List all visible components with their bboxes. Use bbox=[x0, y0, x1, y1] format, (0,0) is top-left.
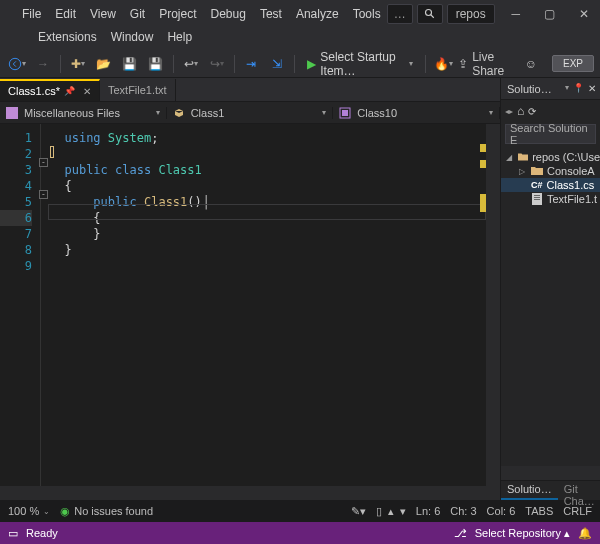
nav-class[interactable]: Class1 bbox=[167, 107, 334, 119]
svg-point-0 bbox=[425, 10, 431, 16]
menu-project[interactable]: Project bbox=[153, 5, 202, 23]
vertical-scrollbar[interactable] bbox=[486, 124, 500, 486]
nav-member[interactable]: Class10 bbox=[333, 107, 500, 119]
redo-button[interactable]: ↪▾ bbox=[206, 53, 228, 75]
pin-icon[interactable]: 📌 bbox=[64, 86, 75, 96]
save-all-button[interactable]: 💾 bbox=[145, 53, 167, 75]
folder-icon bbox=[531, 165, 543, 177]
editor-area: Class1.cs* 📌 ✕ TextFile1.txt Miscellaneo… bbox=[0, 78, 500, 500]
tab-textfile[interactable]: TextFile1.txt bbox=[100, 79, 176, 101]
menu-window[interactable]: Window bbox=[105, 28, 160, 46]
tree-folder[interactable]: ▷ConsoleA bbox=[501, 164, 600, 178]
solution-hscroll[interactable] bbox=[501, 466, 600, 480]
status-ready: Ready bbox=[26, 527, 58, 539]
window-close[interactable]: ✕ bbox=[567, 0, 600, 28]
brush-icon[interactable]: ✎▾ bbox=[351, 505, 366, 518]
window-maximize[interactable]: ▢ bbox=[533, 0, 567, 28]
tree-file-cs[interactable]: C#Class1.cs bbox=[501, 178, 600, 192]
window-minimize[interactable]: ─ bbox=[499, 0, 533, 28]
nav-fwd-button[interactable]: → bbox=[32, 53, 54, 75]
collapse-icon[interactable]: - bbox=[39, 158, 48, 167]
toolbar: ▾ → ✚▾ 📂 💾 💾 ↩▾ ↪▾ ⇥ ⇲ ▶Select Startup I… bbox=[0, 50, 600, 78]
menu-file[interactable]: File bbox=[16, 5, 47, 23]
class-icon bbox=[173, 107, 185, 119]
menu-extensions[interactable]: Extensions bbox=[32, 28, 103, 46]
tree-file-txt[interactable]: TextFile1.t bbox=[501, 192, 600, 206]
menu-git[interactable]: Git bbox=[124, 5, 151, 23]
code-editor[interactable]: 1 2 3 4 5 6 7 8 9 - - using System; publ… bbox=[0, 124, 500, 486]
tab-label: TextFile1.txt bbox=[108, 84, 167, 96]
indent-mode[interactable]: TABS bbox=[525, 505, 553, 517]
sync-icon[interactable]: ⟳ bbox=[528, 106, 536, 117]
statusbar: ▭ Ready ⎇ Select Repository ▴ 🔔 bbox=[0, 522, 600, 544]
folder-icon bbox=[518, 151, 528, 163]
solution-search[interactable]: Search Solution E bbox=[505, 124, 596, 144]
ellipsis-icon: … bbox=[394, 7, 406, 21]
zoom-level[interactable]: 100 %⌄ bbox=[8, 505, 50, 517]
menubar: File Edit View Git Project Debug Test An… bbox=[16, 5, 387, 23]
solution-explorer: Solutio… ▾ 📍 ✕ ◂▸ ⌂ ⟳ Search Solution E … bbox=[500, 78, 600, 500]
select-repo[interactable]: Select Repository ▴ bbox=[475, 527, 570, 540]
step-into-button[interactable]: ⇥ bbox=[240, 53, 262, 75]
code-lines[interactable]: - - using System; public class Class1 { … bbox=[48, 124, 486, 486]
tab-class1[interactable]: Class1.cs* 📌 ✕ bbox=[0, 79, 100, 101]
solution-tabs: Solutio… Git Cha… bbox=[501, 480, 600, 500]
home-icon[interactable]: ⌂ bbox=[517, 104, 524, 118]
menu-edit[interactable]: Edit bbox=[49, 5, 82, 23]
soltab-git[interactable]: Git Cha… bbox=[558, 481, 600, 500]
svg-rect-3 bbox=[6, 107, 18, 119]
liveshare-button[interactable]: ⇪Live Share bbox=[458, 53, 516, 75]
search-box2[interactable] bbox=[417, 4, 443, 24]
caret-ch[interactable]: Ch: 3 bbox=[450, 505, 476, 517]
menu-analyze[interactable]: Analyze bbox=[290, 5, 345, 23]
tabstrip: Class1.cs* 📌 ✕ TextFile1.txt bbox=[0, 78, 500, 102]
svg-rect-5 bbox=[342, 110, 348, 116]
solution-header[interactable]: Solutio… ▾ 📍 ✕ bbox=[501, 78, 600, 100]
menu-debug[interactable]: Debug bbox=[205, 5, 252, 23]
nav-back-button[interactable]: ▾ bbox=[6, 53, 28, 75]
menu-tools[interactable]: Tools bbox=[347, 5, 387, 23]
pin-icon[interactable]: 📍 bbox=[573, 83, 584, 94]
open-button[interactable]: 📂 bbox=[93, 53, 115, 75]
solution-tree: ◢repos (C:\Use ▷ConsoleA C#Class1.cs Tex… bbox=[501, 146, 600, 210]
menu-test[interactable]: Test bbox=[254, 5, 288, 23]
source-control-icon[interactable]: ⎇ bbox=[454, 527, 467, 540]
start-debug-button[interactable]: ▶Select Startup Item… ▾ bbox=[301, 53, 419, 75]
step-over-button[interactable]: ⇲ bbox=[266, 53, 288, 75]
menu-help[interactable]: Help bbox=[161, 28, 198, 46]
tree-root[interactable]: ◢repos (C:\Use bbox=[501, 150, 600, 164]
new-item-button[interactable]: ✚▾ bbox=[67, 53, 89, 75]
close-icon[interactable]: ✕ bbox=[588, 83, 596, 94]
horizontal-scrollbar[interactable] bbox=[0, 486, 500, 500]
code-navbar: Miscellaneous Files Class1 Class10 bbox=[0, 102, 500, 124]
solution-toolbar: ◂▸ ⌂ ⟳ bbox=[501, 100, 600, 122]
lineending-mode[interactable]: CRLF bbox=[563, 505, 592, 517]
notifications-icon[interactable]: 🔔 bbox=[578, 527, 592, 540]
feedback-button[interactable]: ☺ bbox=[520, 53, 542, 75]
err-prev-icon[interactable]: ▯ bbox=[376, 505, 382, 518]
caret-col[interactable]: Col: 6 bbox=[487, 505, 516, 517]
svg-line-1 bbox=[430, 15, 433, 18]
output-icon[interactable]: ▭ bbox=[8, 527, 18, 540]
nav-project[interactable]: Miscellaneous Files bbox=[0, 107, 167, 119]
svg-rect-7 bbox=[534, 195, 540, 196]
issues-indicator[interactable]: ◉No issues found bbox=[60, 505, 153, 518]
err-down-icon[interactable]: ▾ bbox=[400, 505, 406, 518]
editor-infobar: 100 %⌄ ◉No issues found ✎▾ ▯ ▴ ▾ Ln: 6 C… bbox=[0, 500, 600, 522]
soltab-solution[interactable]: Solutio… bbox=[501, 481, 558, 500]
method-icon bbox=[339, 107, 351, 119]
menu-view[interactable]: View bbox=[84, 5, 122, 23]
save-button[interactable]: 💾 bbox=[119, 53, 141, 75]
close-icon[interactable]: ✕ bbox=[83, 86, 91, 97]
collapse-icon[interactable]: - bbox=[39, 190, 48, 199]
err-up-icon[interactable]: ▴ bbox=[388, 505, 394, 518]
dropdown-icon[interactable]: ▾ bbox=[565, 83, 569, 94]
caret-ln[interactable]: Ln: 6 bbox=[416, 505, 440, 517]
undo-button[interactable]: ↩▾ bbox=[180, 53, 202, 75]
svg-rect-8 bbox=[534, 197, 540, 198]
exp-badge[interactable]: EXP bbox=[552, 55, 594, 72]
hot-reload-button[interactable]: 🔥▾ bbox=[432, 53, 454, 75]
search-box[interactable]: … bbox=[387, 4, 413, 24]
repo-badge[interactable]: repos bbox=[447, 4, 495, 24]
back-icon[interactable]: ◂▸ bbox=[505, 107, 513, 116]
